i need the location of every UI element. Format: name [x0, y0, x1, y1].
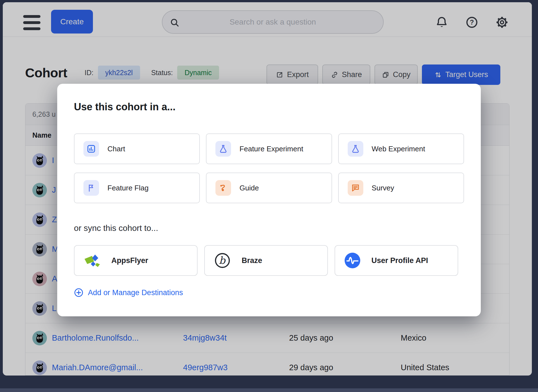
sync-braze[interactable]: b Braze [204, 245, 328, 276]
flask-icon [215, 141, 231, 157]
braze-logo: b [214, 252, 230, 269]
svg-text:b: b [219, 255, 226, 266]
modal-title: Use this cohort in a... [74, 101, 176, 113]
option-feature-flag[interactable]: Feature Flag [74, 173, 200, 203]
option-guide[interactable]: Guide [206, 173, 332, 203]
flask-icon [348, 141, 363, 157]
appsflyer-logo [84, 252, 100, 269]
option-feature-experiment[interactable]: Feature Experiment [206, 133, 332, 164]
option-web-experiment[interactable]: Web Experiment [338, 133, 464, 164]
sync-heading: or sync this cohort to... [74, 223, 158, 233]
use-cohort-modal: Use this cohort in a... Chart [57, 84, 481, 316]
guide-path-icon [215, 180, 231, 196]
sync-user-profile-api[interactable]: User Profile API [335, 245, 458, 276]
amplitude-logo [345, 253, 360, 268]
plus-circle-icon [74, 288, 83, 297]
window-frame-strip [0, 388, 538, 392]
option-chart[interactable]: Chart [74, 133, 200, 164]
add-or-manage-destinations-link[interactable]: Add or Manage Destinations [74, 286, 183, 299]
survey-chat-icon [348, 180, 363, 196]
chart-icon [83, 141, 99, 157]
option-survey[interactable]: Survey [338, 173, 464, 203]
sync-appsflyer[interactable]: AppsFlyer [74, 245, 198, 276]
flag-icon [83, 180, 99, 196]
app-window: Create ? [3, 2, 532, 376]
